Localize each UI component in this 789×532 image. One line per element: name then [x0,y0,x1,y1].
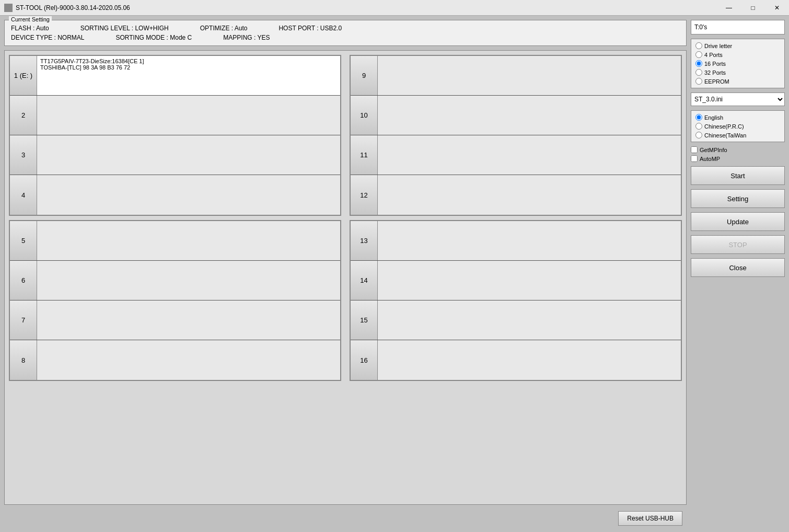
32-ports-label: 32 Ports [704,70,726,76]
right-sidebar: Drive letter 4 Ports 16 Ports 32 Ports E… [691,20,785,528]
automp-checkbox[interactable] [691,155,698,162]
sorting-mode-setting: SORTING MODE : Mode C [115,34,192,41]
drive-letter-radio[interactable] [695,42,702,49]
stop-button[interactable]: STOP [691,235,785,254]
automp-option[interactable]: AutoMP [691,155,785,162]
port-count-radio-group: Drive letter 4 Ports 16 Ports 32 Ports E… [691,39,785,88]
4-ports-option[interactable]: 4 Ports [695,51,780,58]
port-number-9[interactable]: 9 [351,56,378,95]
table-row: 13 [351,221,681,261]
port-content-13 [378,221,681,260]
port-number-6[interactable]: 6 [10,261,37,300]
titlebar-controls: — □ ✕ [717,0,789,16]
port-number-1[interactable]: 1 (E: ) [10,56,37,95]
eeprom-radio[interactable] [695,78,702,85]
table-row: 8 [10,340,340,380]
t0s-input[interactable] [691,20,785,34]
port-content-11 [378,135,681,175]
port-number-5[interactable]: 5 [10,221,37,260]
port-content-12 [378,175,681,215]
reset-usb-hub-button[interactable]: Reset USB-HUB [618,511,682,526]
left-port-group-1: 1 (E: ) TT17G5PAIV-7T23-DieSize:16384[CE… [9,55,341,216]
port-number-10[interactable]: 10 [351,96,378,135]
16-ports-radio[interactable] [695,60,702,67]
table-row: 6 [10,261,340,300]
sorting-level-setting: SORTING LEVEL : LOW+HIGH [80,25,169,32]
current-setting-legend: Current Setting [9,16,52,22]
english-label: English [704,114,723,121]
mapping-setting: MAPPING : YES [223,34,270,41]
port-content-7 [37,300,340,340]
table-row: 3 [10,135,340,175]
chinese-taiwan-label: Chinese(TaiWan [704,132,746,138]
close-button[interactable]: Close [691,258,785,277]
chinese-taiwan-radio[interactable] [695,132,702,138]
32-ports-option[interactable]: 32 Ports [695,69,780,76]
port-content-6 [37,261,340,300]
setting-row-2: DEVICE TYPE : NORMAL SORTING MODE : Mode… [11,34,680,41]
port-number-3[interactable]: 3 [10,135,37,175]
minimize-button[interactable]: — [717,0,741,16]
table-row: 2 [10,96,340,135]
chinese-prc-radio[interactable] [695,123,702,130]
table-row: 15 [351,300,681,340]
port-content-2 [37,96,340,135]
table-row: 4 [10,175,340,215]
port-content-3 [37,135,340,175]
table-row: 1 (E: ) TT17G5PAIV-7T23-DieSize:16384[CE… [10,56,340,96]
english-radio[interactable] [695,114,702,121]
port-number-7[interactable]: 7 [10,300,37,340]
port-number-11[interactable]: 11 [351,135,378,175]
chinese-prc-label: Chinese(P.R.C) [704,123,744,130]
port-content-9 [378,56,681,95]
left-port-column: 1 (E: ) TT17G5PAIV-7T23-DieSize:16384[CE… [9,55,341,500]
getmpinfo-checkbox[interactable] [691,146,698,153]
32-ports-radio[interactable] [695,69,702,76]
table-row: 10 [351,96,681,135]
port-content-16 [378,340,681,380]
16-ports-option[interactable]: 16 Ports [695,60,780,67]
table-row: 12 [351,175,681,215]
port-content-4 [37,175,340,215]
port-number-16[interactable]: 16 [351,340,378,380]
ini-file-select[interactable]: ST_3.0.ini [691,92,785,106]
getmpinfo-option[interactable]: GetMPInfo [691,146,785,153]
4-ports-radio[interactable] [695,51,702,58]
drive-letter-option[interactable]: Drive letter [695,42,780,49]
port-content-10 [378,96,681,135]
port-number-14[interactable]: 14 [351,261,378,300]
english-option[interactable]: English [695,114,780,121]
bottom-bar: Reset USB-HUB [4,509,687,528]
table-row: 11 [351,135,681,175]
port-number-8[interactable]: 8 [10,340,37,380]
table-row: 9 [351,56,681,96]
eeprom-option[interactable]: EEPROM [695,78,780,85]
port-number-13[interactable]: 13 [351,221,378,260]
port-number-2[interactable]: 2 [10,96,37,135]
table-row: 5 [10,221,340,261]
language-radio-group: English Chinese(P.R.C) Chinese(TaiWan [691,110,785,142]
start-button[interactable]: Start [691,166,785,185]
setting-button[interactable]: Setting [691,189,785,208]
close-window-button[interactable]: ✕ [765,0,789,16]
chinese-taiwan-option[interactable]: Chinese(TaiWan [695,132,780,138]
eeprom-label: EEPROM [704,78,729,85]
table-row: 16 [351,340,681,380]
app-icon [4,4,13,12]
ini-select-wrapper: ST_3.0.ini [691,92,785,106]
port-content-15 [378,300,681,340]
port-number-4[interactable]: 4 [10,175,37,215]
right-port-column: 9 10 11 12 [350,55,682,500]
optimize-setting: OPTIMIZE : Auto [200,25,248,32]
setting-row-1: FLASH : Auto SORTING LEVEL : LOW+HIGH OP… [11,25,680,32]
current-setting-panel: Current Setting FLASH : Auto SORTING LEV… [4,20,687,46]
table-row: 14 [351,261,681,300]
chinese-prc-option[interactable]: Chinese(P.R.C) [695,123,780,130]
port-number-15[interactable]: 15 [351,300,378,340]
drive-letter-label: Drive letter [704,43,732,49]
maximize-button[interactable]: □ [741,0,765,16]
titlebar: ST-TOOL (Rel)-9000-3.80.14-2020.05.06 — … [0,0,789,16]
left-area: Current Setting FLASH : Auto SORTING LEV… [4,20,687,528]
update-button[interactable]: Update [691,212,785,231]
port-number-12[interactable]: 12 [351,175,378,215]
